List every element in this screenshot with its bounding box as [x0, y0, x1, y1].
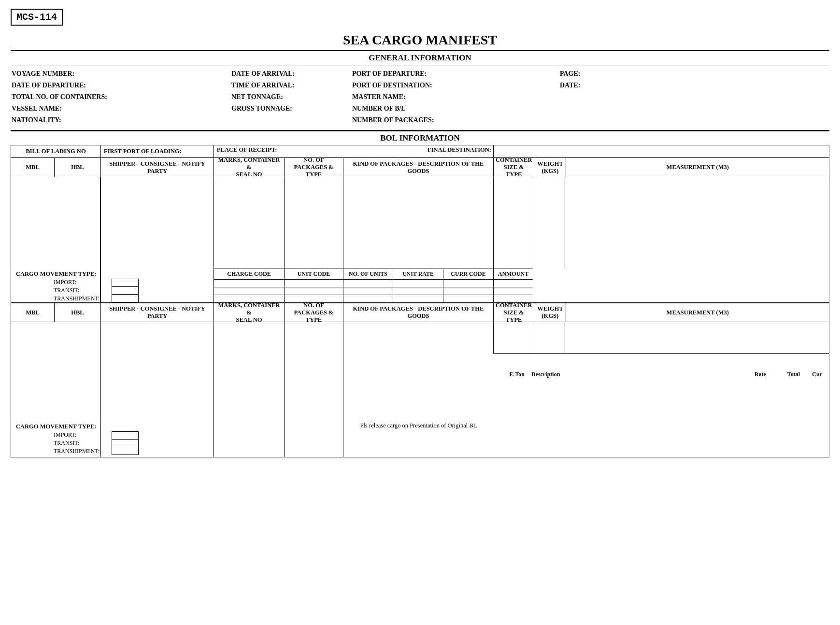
hdr-cont: CONTAINER SIZE & TYPE	[494, 157, 534, 177]
body1-pkg	[285, 177, 343, 269]
hdr-pkg: NO. OF PACKAGES & TYPE	[285, 157, 343, 177]
hdr-cont: CONTAINER SIZE & TYPE	[494, 302, 534, 322]
hdr-curr-code: CURR CODE	[443, 269, 494, 279]
hdr-amount: ANMOUNT	[494, 269, 533, 279]
hdr-pkg-1: NO. OF PACKAGES &	[286, 156, 341, 171]
checkbox-transhipment[interactable]	[112, 447, 139, 455]
charge-cell	[343, 287, 393, 295]
hdr-marks: MARKS, CONTAINER & SEAL NO	[214, 157, 285, 177]
label-transhipment: TRANSHIPMENT:	[54, 295, 107, 302]
label-date-arrival: DATE OF ARRIVAL:	[231, 70, 347, 78]
hdr-unit-code: UNIT CODE	[285, 269, 343, 279]
body2-marks	[214, 322, 285, 354]
hdr-first-port: FIRST PORT OF LOADING:	[101, 145, 214, 157]
charge-blank	[533, 287, 829, 295]
section-bol-title: BOL INFORMATION	[11, 132, 829, 145]
checkbox-transit[interactable]	[112, 286, 139, 295]
form-code: MCS-114	[11, 9, 63, 26]
body2-wt	[533, 322, 565, 354]
general-info-block: VOYAGE NUMBER: DATE OF DEPARTURE: TOTAL …	[11, 67, 829, 129]
label-number-bl: NUMBER OF B/L	[352, 105, 555, 113]
hdr-place-final: PLACE OF RECEIPT: FINAL DESTINATION:	[214, 145, 494, 157]
label-gross-tonnage: GROSS TONNAGE:	[231, 105, 347, 113]
hdr-bill-of-lading: BILL OF LADING NO	[11, 145, 101, 157]
body1-wt	[533, 177, 565, 269]
body2-desc-b: Pls release cargo on Presentation of Ori…	[343, 354, 494, 457]
charge-cell	[393, 287, 443, 295]
ft-row: F. Ton Description Rate Total Cur	[494, 354, 829, 378]
charge-cell	[343, 295, 393, 302]
hdr-shipper: SHIPPER - CONSIGNEE - NOTIFY PARTY	[101, 157, 214, 177]
hdr-cont-2: SIZE & TYPE	[496, 164, 532, 178]
hdr-mbl: MBL	[11, 157, 55, 177]
checkbox-transhipment[interactable]	[112, 294, 139, 302]
cargo-movement-title: CARGO MOVEMENT TYPE:	[11, 422, 214, 431]
charge-blank	[533, 279, 829, 287]
hdr-wt-2: (KGS)	[542, 168, 559, 175]
label-cur: Cur	[800, 371, 822, 378]
hdr-no-units: NO. OF UNITS	[343, 269, 393, 279]
label-total-containers: TOTAL NO. OF CONTAINERS:	[12, 93, 227, 101]
hdr-marks-1: MARKS, CONTAINER &	[216, 302, 282, 316]
label-net-tonnage: NET TONNAGE:	[231, 93, 347, 101]
hdr-charge-code: CHARGE CODE	[214, 269, 285, 279]
hdr-mbl: MBL	[11, 302, 55, 322]
label-vessel-name: VESSEL NAME:	[12, 105, 227, 113]
label-master-name: MASTER NAME:	[352, 93, 555, 101]
charge-cell	[443, 287, 494, 295]
label-voyage-number: VOYAGE NUMBER:	[12, 70, 227, 78]
divider	[11, 50, 829, 51]
charge-cell	[393, 295, 443, 302]
body2-pkg	[285, 322, 343, 354]
divider	[11, 66, 829, 66]
hdr-marks: MARKS, CONTAINER & SEAL NO	[214, 302, 285, 322]
label-page: PAGE:	[560, 70, 828, 78]
bol-table: BILL OF LADING NO FIRST PORT OF LOADING:…	[11, 145, 829, 457]
hdr-cont-1: CONTAINER	[496, 156, 532, 164]
hdr-wt-1: WEIGHT	[537, 305, 563, 312]
hdr-place-receipt: PLACE OF RECEIPT:	[217, 146, 277, 154]
hdr-cont-1: CONTAINER	[496, 302, 532, 309]
hdr-cont-2: SIZE & TYPE	[496, 309, 532, 324]
label-import: IMPORT:	[54, 431, 107, 439]
charge-cell	[343, 279, 393, 287]
label-fton: F. Ton	[494, 371, 525, 378]
charge-cell	[393, 279, 443, 287]
label-transit: TRANSIT:	[54, 440, 107, 447]
charge-blank	[533, 295, 829, 302]
hdr-wt-2: (KGS)	[542, 312, 559, 320]
label-nationality: NATIONALITY:	[12, 116, 227, 124]
hdr-blank	[494, 145, 829, 157]
body2-cont	[494, 322, 533, 354]
release-note: Pls release cargo on Presentation of Ori…	[345, 355, 492, 456]
document-title: SEA CARGO MANIFEST	[11, 32, 829, 48]
body1-desc	[343, 177, 494, 269]
charge-cell	[443, 279, 494, 287]
body1-meas	[565, 177, 829, 269]
label-total: Total	[766, 371, 800, 378]
hdr-desc: KIND OF PACKAGES - DESCRIPTION OF THE GO…	[343, 302, 494, 322]
hdr-pkg: NO. OF PACKAGES & TYPE	[285, 302, 343, 322]
divider	[11, 130, 829, 131]
body2-desc	[343, 322, 494, 354]
hdr-meas: MEASUREMENT (M3)	[566, 302, 829, 322]
hdr-weight: WEIGHT (KGS)	[534, 157, 566, 177]
hdr-hbl: HBL	[55, 157, 101, 177]
label-date: DATE:	[560, 82, 828, 89]
section-general-title: GENERAL INFORMATION	[11, 52, 829, 65]
hdr-pkg-1: NO. OF PACKAGES &	[286, 302, 341, 316]
checkbox-import[interactable]	[112, 431, 139, 440]
label-time-arrival: TIME OF ARRIVAL:	[231, 82, 347, 89]
cargo-movement-title: CARGO MOVEMENT TYPE:	[11, 270, 214, 279]
label-port-departure: PORT OF DEPARTURE:	[352, 70, 555, 78]
charge-cell	[285, 287, 343, 295]
body1-cont	[494, 177, 533, 269]
checkbox-import[interactable]	[112, 279, 139, 287]
body2-pkg-b	[285, 354, 343, 457]
hdr-weight: WEIGHT (KGS)	[534, 302, 566, 322]
hdr-meas: MEASUREMENT (M3)	[566, 157, 829, 177]
charge-cell	[285, 279, 343, 287]
charge-cell	[494, 279, 533, 287]
checkbox-transit[interactable]	[112, 439, 139, 447]
label-description: Description	[525, 371, 571, 378]
